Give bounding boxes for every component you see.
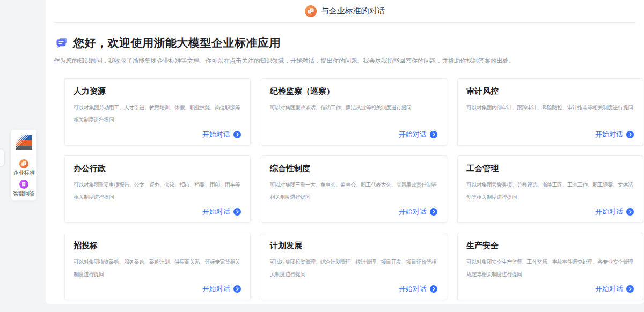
sidebar-item-smart-qa[interactable]: 智能问答: [13, 180, 35, 197]
card-title: 办公行政: [74, 164, 244, 174]
start-chat-label: 开始对话: [399, 207, 427, 217]
card-description: 可以对集团荣誉奖项、劳模评选、浙能工匠、工会工作、职工提案、文体活动等相关制度进…: [466, 179, 636, 203]
card-title: 审计风控: [466, 86, 636, 96]
sidebar-divider: [16, 155, 32, 155]
chat-question-icon: ?: [19, 159, 28, 168]
start-chat-button[interactable]: 开始对话: [202, 284, 241, 294]
start-chat-button[interactable]: 开始对话: [595, 130, 634, 139]
app-header: ? 与企业标准的对话: [54, 0, 636, 23]
chat-bubbles-icon: [55, 36, 68, 49]
welcome-section: 您好，欢迎使用浙能大模型企业标准应用 作为您的知识顾问，我收录了浙能集团企业标准…: [46, 23, 644, 65]
card-title: 人力资源: [74, 86, 244, 96]
main-panel: ? 与企业标准的对话 您好，欢迎使用浙能大模型企业标准应用 作为您的知识顾问，我…: [46, 0, 644, 304]
svg-text:?: ?: [24, 161, 25, 165]
welcome-title: 您好，欢迎使用浙能大模型企业标准应用: [73, 35, 281, 50]
card-title: 纪检监察（巡察）: [270, 86, 440, 96]
arrow-right-circle-icon: [233, 285, 241, 293]
card-description: 可以对集团劳动用工、人才引进、教育培训、休假、职业技能、岗位职级等相关制度进行提…: [74, 101, 244, 126]
svg-text:?: ?: [310, 8, 312, 12]
start-chat-button[interactable]: 开始对话: [399, 130, 437, 139]
start-chat-label: 开始对话: [399, 284, 427, 294]
card-title: 生产安全: [466, 241, 636, 251]
card-description: 可以对集团三重一大、董事会、监事会、职工代表大会、党风廉政责任制等相关制度进行提…: [270, 179, 440, 203]
arrow-right-circle-icon: [626, 131, 634, 138]
start-chat-label: 开始对话: [399, 130, 427, 139]
sidebar-item-label: 企业标准: [13, 169, 35, 177]
start-chat-button[interactable]: 开始对话: [595, 207, 634, 217]
start-chat-label: 开始对话: [595, 207, 623, 217]
zheneng-logo: [15, 134, 33, 151]
card-title: 工会管理: [466, 164, 636, 174]
category-card-grid: 人力资源 可以对集团劳动用工、人才引进、教育培训、休假、职业技能、岗位职级等相关…: [64, 78, 643, 300]
arrow-right-circle-icon: [430, 285, 437, 293]
card-labor-union: 工会管理 可以对集团荣誉奖项、劳模评选、浙能工匠、工会工作、职工提案、文体活动等…: [457, 155, 643, 223]
start-chat-button[interactable]: 开始对话: [202, 207, 241, 217]
sidebar-item-enterprise-standards[interactable]: ? 企业标准: [13, 159, 35, 177]
card-title: 招投标: [74, 241, 244, 251]
start-chat-label: 开始对话: [202, 130, 230, 139]
page-title: 与企业标准的对话: [321, 6, 385, 16]
start-chat-button[interactable]: 开始对话: [399, 284, 437, 294]
card-production-safety: 生产安全 可以对集团安全生产监督、工作奖惩、事故事件调查处理、各专业安全管理规定…: [457, 233, 643, 300]
card-planning-development: 计划发展 可以对集团投资管理、综合计划管理、统计管理、项目开发、项目评价等相关制…: [261, 233, 447, 300]
card-description: 可以对集团廉政谈话、信访工作、廉洁从业等相关制度进行提问: [270, 101, 440, 114]
card-description: 可以对集团物资采购、服务采购、采购计划、供应商关系、评标专家等相关制度进行提问: [74, 256, 244, 280]
card-human-resources: 人力资源 可以对集团劳动用工、人才引进、教育培训、休假、职业技能、岗位职级等相关…: [64, 78, 251, 146]
card-bidding: 招投标 可以对集团物资采购、服务采购、采购计划、供应商关系、评标专家等相关制度进…: [64, 233, 251, 300]
start-chat-button[interactable]: 开始对话: [595, 284, 634, 294]
arrow-right-circle-icon: [233, 208, 241, 216]
card-description: 可以对集团安全生产监督、工作奖惩、事故事件调查处理、各专业安全管理规定等相关制度…: [466, 256, 636, 280]
chat-question-icon: ?: [305, 5, 317, 17]
welcome-subtitle: 作为您的知识顾问，我收录了浙能集团企业标准等文档。你可以在点击关注的知识领域，开…: [54, 57, 633, 65]
card-office-administration: 办公行政 可以对集团重要事项报告、公文、督办、会议、招待、档案、用印、用车等相关…: [64, 155, 251, 223]
start-chat-label: 开始对话: [595, 130, 623, 139]
arrow-right-circle-icon: [430, 131, 437, 138]
start-chat-button[interactable]: 开始对话: [202, 130, 241, 139]
start-chat-label: 开始对话: [202, 284, 230, 294]
arrow-right-circle-icon: [626, 285, 634, 293]
arrow-right-circle-icon: [626, 208, 634, 216]
card-description: 可以对集团重要事项报告、公文、督办、会议、招待、档案、用印、用车等相关制度进行提…: [74, 179, 244, 203]
sidebar-collapse-handle[interactable]: [0, 148, 5, 167]
card-description: 可以对集团投资管理、综合计划管理、统计管理、项目开发、项目评价等相关制度进行提问: [270, 256, 440, 280]
start-chat-label: 开始对话: [595, 284, 623, 294]
card-title: 综合性制度: [270, 164, 440, 174]
sidebar-item-label: 智能问答: [13, 190, 35, 197]
arrow-right-circle-icon: [430, 208, 437, 216]
card-description: 可以对集团内部审计、跟踪审计、风险防控、审计指南等相关制度进行提问: [466, 101, 636, 114]
start-chat-button[interactable]: 开始对话: [399, 207, 437, 217]
start-chat-label: 开始对话: [202, 207, 230, 217]
card-comprehensive-systems: 综合性制度 可以对集团三重一大、董事会、监事会、职工代表大会、党风廉政责任制等相…: [261, 155, 447, 223]
arrow-right-circle-icon: [233, 131, 241, 138]
card-title: 计划发展: [270, 241, 440, 251]
card-discipline-inspection: 纪检监察（巡察） 可以对集团廉政谈话、信访工作、廉洁从业等相关制度进行提问 开始…: [261, 78, 447, 146]
card-audit-risk: 审计风控 可以对集团内部审计、跟踪审计、风险防控、审计指南等相关制度进行提问 开…: [457, 78, 643, 146]
document-qa-icon: [19, 180, 28, 189]
left-rail: ? 企业标准 智能问答: [11, 130, 36, 200]
